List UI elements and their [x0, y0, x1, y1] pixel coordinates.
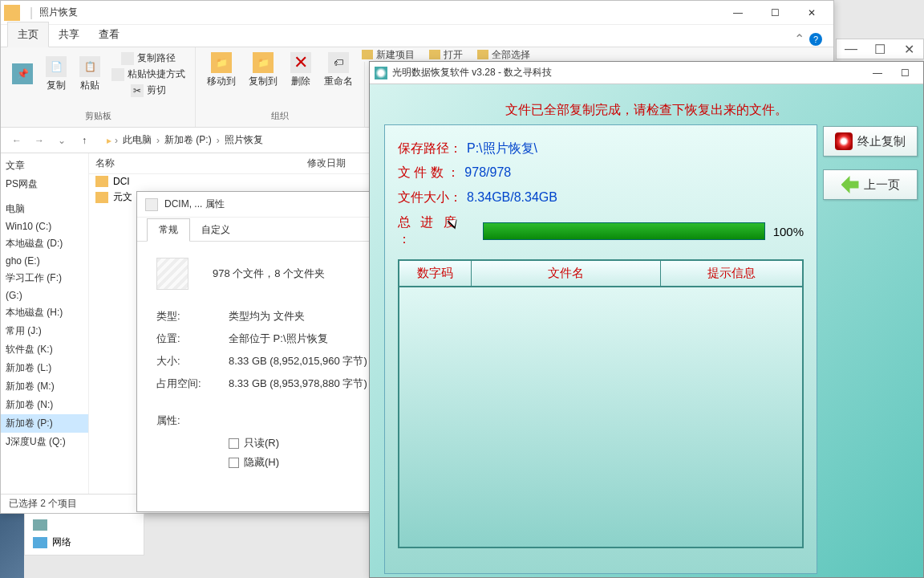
col-code[interactable]: 数字码 [399, 261, 472, 286]
location-label: 位置: [156, 332, 229, 346]
progress-label: 总 进 度 ： [398, 214, 478, 248]
result-table: 数字码 文件名 提示信息 [398, 259, 804, 548]
copyto-button[interactable]: 📁复制到 [244, 51, 282, 90]
explorer-titlebar[interactable]: | 照片恢复 — ☐ ✕ [1, 1, 833, 25]
sidebar-extra-items: 网络 [24, 514, 144, 556]
recovery-title: 光明数据恢复软件 v3.28 - 数之寻科技 [392, 66, 552, 79]
stop-icon [835, 132, 853, 150]
size-value: 8.33 GB (8,952,015,960 字节) [229, 354, 367, 368]
nav-forward-button[interactable]: → [30, 131, 49, 150]
navigation-pane[interactable]: 文章 PS网盘 电脑 Win10 (C:) 本地磁盘 (D:) gho (E:)… [1, 153, 89, 494]
sidebar-item[interactable]: 电脑 [1, 200, 88, 218]
pin-button[interactable]: 📌 [7, 51, 38, 98]
progress-percent: 100% [773, 225, 804, 238]
recovery-minimize-button[interactable]: — [864, 67, 891, 79]
sidebar-item[interactable]: 新加卷 (N:) [1, 396, 88, 414]
sidebar-item[interactable]: PS网盘 [1, 175, 88, 193]
bg-close-button[interactable]: ✕ [894, 39, 923, 59]
maximize-button[interactable]: ☐ [756, 2, 793, 24]
close-button[interactable]: ✕ [793, 2, 830, 24]
copy-button[interactable]: 📄复制 [41, 51, 71, 98]
attributes-label: 属性: [156, 413, 229, 428]
completion-banner: 文件已全部复制完成，请检查下恢复出来的文件。 [370, 84, 923, 127]
nav-back-button[interactable]: ← [7, 131, 26, 150]
open-button[interactable]: 打开 [429, 48, 463, 62]
prev-page-button[interactable]: 上一页 [823, 169, 918, 200]
col-hint[interactable]: 提示信息 [661, 261, 802, 286]
tab-view[interactable]: 查看 [89, 22, 129, 47]
cut-button[interactable]: ✂剪切 [108, 83, 188, 98]
app-icon [375, 67, 387, 79]
folder-icon [95, 176, 108, 187]
size-label: 大小: [156, 354, 229, 368]
sidebar-item[interactable]: 新加卷 (L:) [1, 359, 88, 377]
files-stack-icon [156, 258, 188, 290]
tab-home[interactable]: 主页 [7, 22, 49, 47]
select-all-button[interactable]: 全部选择 [477, 48, 530, 62]
delete-button[interactable]: ✕删除 [286, 51, 316, 90]
nav-dropdown-icon[interactable]: ⌄ [52, 131, 71, 150]
sidebar-item[interactable]: Win10 (C:) [1, 218, 88, 234]
paste-button[interactable]: 📋粘贴 [75, 51, 105, 98]
truncated-ribbon-items: 新建项目 打开 全部选择 [352, 47, 673, 62]
tab-custom[interactable]: 自定义 [190, 219, 241, 241]
arrow-left-icon [841, 176, 859, 193]
selection-status: 已选择 2 个项目 [9, 497, 77, 511]
copy-path-button[interactable]: 复制路径 [108, 51, 188, 66]
group-label-clipboard: 剪贴板 [85, 108, 111, 124]
tab-share[interactable]: 共享 [49, 22, 89, 47]
minimize-button[interactable]: — [719, 2, 756, 24]
recovery-maximize-button[interactable]: ☐ [891, 67, 918, 79]
save-path-label: 保存路径： [398, 141, 462, 155]
sidebar-item[interactable]: J深度U盘 (Q:) [1, 433, 88, 451]
save-path-value: P:\照片恢复\ [467, 141, 537, 155]
bg-minimize-button[interactable]: — [837, 39, 865, 59]
recovery-titlebar[interactable]: 光明数据恢复软件 v3.28 - 数之寻科技 — ☐ [370, 62, 923, 84]
sidebar-item[interactable]: 文章 [1, 157, 88, 175]
recovery-app-window: 光明数据恢复软件 v3.28 - 数之寻科技 — ☐ 文件已全部复制完成，请检查… [369, 61, 924, 578]
sidebar-item[interactable]: gho (E:) [1, 253, 88, 269]
ondisk-value: 8.33 GB (8,953,978,880 字节) [229, 377, 367, 391]
sidebar-item[interactable]: (G:) [1, 287, 88, 303]
group-label-organize: 组织 [271, 108, 289, 124]
collapse-ribbon-icon[interactable]: ⌃ [794, 31, 804, 47]
sidebar-item[interactable]: 本地磁盘 (H:) [1, 303, 88, 322]
new-item-button[interactable]: 新建项目 [362, 48, 415, 62]
ondisk-label: 占用空间: [156, 377, 229, 391]
file-count-value: 978/978 [464, 165, 511, 179]
col-modified[interactable]: 修改日期 [307, 157, 346, 170]
col-name[interactable]: 名称 [95, 157, 115, 170]
moveto-button[interactable]: 📁移动到 [202, 51, 241, 90]
background-window-controls: — ☐ ✕ [836, 39, 924, 59]
stop-copy-button[interactable]: 终止复制 [823, 126, 918, 157]
properties-title: DCIM, ... 属性 [164, 197, 225, 211]
tab-general[interactable]: 常规 [147, 218, 190, 242]
sidebar-item-network[interactable]: 网络 [33, 533, 136, 552]
nav-up-button[interactable]: ↑ [75, 131, 94, 150]
window-title: 照片恢复 [39, 6, 78, 19]
sidebar-item[interactable]: 常用 (J:) [1, 322, 88, 340]
crumb-folder[interactable]: 照片恢复 [223, 133, 265, 147]
ribbon-group-clipboard: 📌 📄复制 📋粘贴 复制路径 粘贴快捷方式 ✂剪切 剪贴板 [1, 47, 196, 127]
sidebar-item[interactable]: 新加卷 (M:) [1, 377, 88, 396]
bg-maximize-button[interactable]: ☐ [865, 39, 894, 59]
paste-shortcut-button[interactable]: 粘贴快捷方式 [108, 67, 188, 82]
summary-text: 978 个文件，8 个文件夹 [213, 267, 325, 281]
document-icon [145, 198, 158, 211]
sidebar-item[interactable] [33, 517, 136, 533]
col-filename[interactable]: 文件名 [472, 261, 661, 286]
sidebar-item[interactable]: 本地磁盘 (D:) [1, 234, 88, 253]
file-count-label: 文 件 数 ： [398, 165, 460, 179]
sidebar-item-selected[interactable]: 新加卷 (P:) [1, 414, 88, 433]
ribbon-tabs: 主页 共享 查看 ⌃ ? [1, 25, 833, 47]
location-value: 全部位于 P:\照片恢复 [229, 332, 328, 346]
crumb-volume[interactable]: 新加卷 (P:) [163, 133, 213, 147]
recovery-panel: 保存路径：P:\照片恢复\ 文 件 数 ：978/978 文件大小：8.34GB… [384, 124, 817, 574]
help-icon[interactable]: ? [809, 33, 822, 46]
sidebar-item[interactable]: 学习工作 (F:) [1, 269, 88, 287]
sidebar-item[interactable]: 软件盘 (K:) [1, 340, 88, 359]
ribbon-group-organize: 📁移动到 📁复制到 ✕删除 🏷重命名 组织 [196, 47, 365, 127]
type-value: 类型均为 文件夹 [229, 309, 305, 324]
crumb-this-pc[interactable]: 此电脑 [121, 133, 153, 147]
folder-icon [4, 5, 20, 21]
